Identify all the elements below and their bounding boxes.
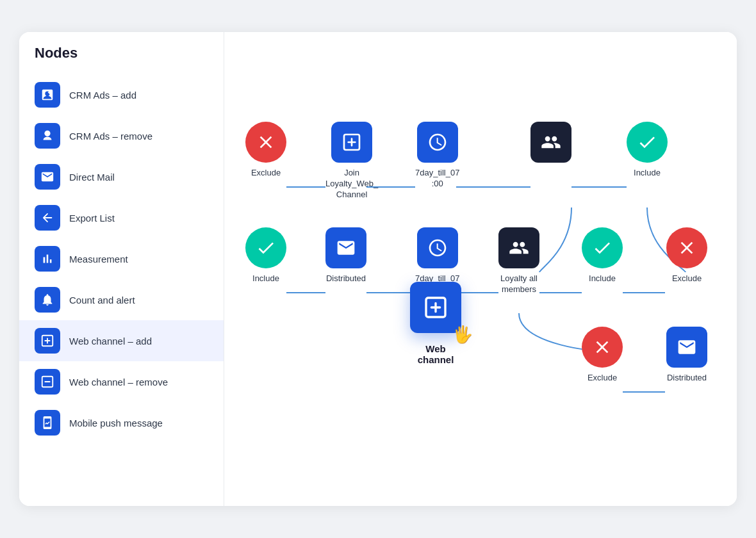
- node-box-include1: [627, 122, 668, 163]
- node-exclude2[interactable]: Exclude: [666, 227, 707, 284]
- main-container: Nodes CRM Ads – add CRM Ads – remove Dir…: [19, 32, 737, 506]
- node-label-exclude2: Exclude: [672, 273, 702, 284]
- sidebar-item-export-list[interactable]: Export List: [19, 197, 224, 238]
- node-audience1[interactable]: [530, 122, 571, 168]
- node-exclude1[interactable]: Exclude: [245, 122, 286, 179]
- sidebar-item-web-channel-add[interactable]: Web channel – add: [19, 320, 224, 361]
- svg-point-0: [44, 131, 50, 136]
- drag-preview: Webchannel 🖐: [410, 282, 461, 333]
- node-label-join1: JoinLoyalty_Web_Channel: [325, 168, 378, 200]
- node-label-include3: Include: [589, 273, 616, 284]
- sidebar-label-export-list: Export List: [69, 213, 115, 224]
- node-label-include1: Include: [634, 168, 661, 179]
- crm-add-icon: [35, 82, 60, 108]
- mobile-icon: [35, 410, 60, 436]
- sidebar-item-crm-ads-add[interactable]: CRM Ads – add: [19, 74, 224, 115]
- node-box-loyalty1: [498, 227, 539, 268]
- node-loyalty1[interactable]: Loyalty allmembers: [498, 227, 539, 295]
- node-box-distributed2: [666, 327, 707, 368]
- svg-rect-1: [45, 138, 49, 139]
- node-label-loyalty1: Loyalty allmembers: [500, 273, 538, 295]
- node-box-7day1: [417, 122, 458, 163]
- sidebar-item-web-channel-remove[interactable]: Web channel – remove: [19, 361, 224, 402]
- node-box-include3: [582, 227, 623, 268]
- node-include2[interactable]: Include: [245, 227, 286, 284]
- sidebar-label-web-channel-add: Web channel – add: [69, 336, 152, 346]
- sidebar-item-crm-ads-remove[interactable]: CRM Ads – remove: [19, 115, 224, 156]
- mail-icon: [35, 164, 60, 190]
- node-box-audience1: [530, 122, 571, 163]
- measurement-icon: [35, 246, 60, 272]
- bell-icon: [35, 287, 60, 313]
- sidebar-label-web-channel-remove: Web channel – remove: [69, 377, 168, 387]
- export-icon: [35, 205, 60, 231]
- node-label-exclude3: Exclude: [588, 373, 617, 384]
- node-label-exclude1: Exclude: [251, 168, 281, 179]
- sidebar-item-direct-mail[interactable]: Direct Mail: [19, 156, 224, 197]
- crm-remove-icon: [35, 123, 60, 149]
- sidebar-label-mobile-push: Mobile push message: [69, 418, 163, 428]
- node-7day1[interactable]: 7day_till_07:00: [415, 122, 459, 190]
- node-label-distributed1: Distributed: [326, 273, 366, 284]
- node-join1[interactable]: JoinLoyalty_Web_Channel: [325, 122, 378, 200]
- node-distributed2[interactable]: Distributed: [666, 327, 707, 384]
- sidebar-item-mobile-push[interactable]: Mobile push message: [19, 402, 224, 443]
- node-box-distributed1: [325, 227, 366, 268]
- node-label-include2: Include: [252, 273, 279, 284]
- sidebar-label-count-alert: Count and alert: [69, 295, 135, 306]
- node-box-exclude2: [666, 227, 707, 268]
- node-exclude3[interactable]: Exclude: [582, 327, 623, 384]
- sidebar-label-crm-ads-add: CRM Ads – add: [69, 90, 136, 101]
- node-box-exclude3: [582, 327, 623, 368]
- drag-preview-label: Webchannel: [418, 343, 454, 365]
- sidebar-label-crm-ads-remove: CRM Ads – remove: [69, 131, 152, 142]
- node-distributed1[interactable]: Distributed: [325, 227, 366, 284]
- sidebar-item-count-alert[interactable]: Count and alert: [19, 279, 224, 320]
- web-remove-icon: [35, 369, 60, 395]
- sidebar-label-measurement: Measurement: [69, 254, 128, 265]
- sidebar-title: Nodes: [19, 45, 224, 74]
- node-label-distributed2: Distributed: [667, 373, 707, 384]
- node-include1[interactable]: Include: [627, 122, 668, 179]
- sidebar-item-measurement[interactable]: Measurement: [19, 238, 224, 279]
- flow-connections: [224, 32, 737, 506]
- node-box-join1: [331, 122, 372, 163]
- cursor-icon: 🖐: [452, 325, 473, 345]
- node-box-7day2: [417, 227, 458, 268]
- sidebar-label-direct-mail: Direct Mail: [69, 172, 115, 183]
- node-box-exclude1: [245, 122, 286, 163]
- web-add-icon: [35, 328, 60, 354]
- node-box-include2: [245, 227, 286, 268]
- node-label-7day1: 7day_till_07:00: [415, 168, 459, 190]
- node-include3[interactable]: Include: [582, 227, 623, 284]
- sidebar: Nodes CRM Ads – add CRM Ads – remove Dir…: [19, 32, 224, 506]
- canvas: Exclude JoinLoyalty_Web_Channel 7day_til…: [224, 32, 737, 506]
